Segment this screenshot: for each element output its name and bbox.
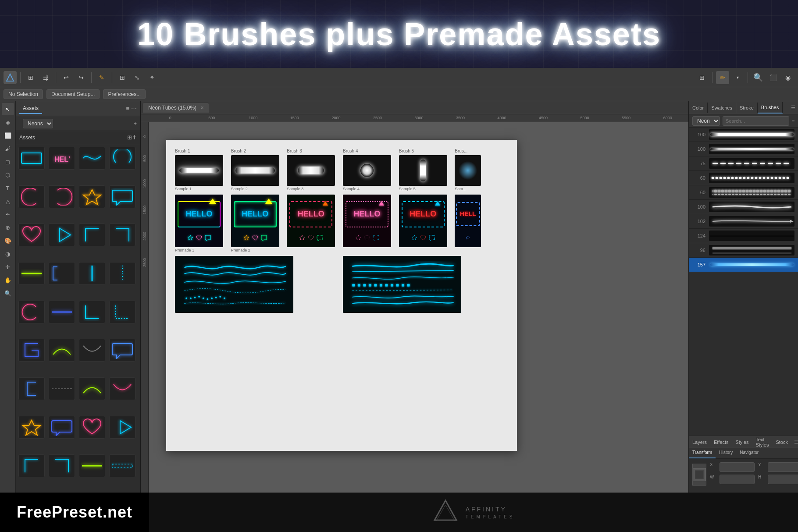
crop-tool-icon[interactable]: ⬜ [2, 129, 14, 142]
text-tool-icon[interactable]: T [2, 182, 14, 194]
asset-item-arc[interactable] [49, 339, 75, 362]
brush-entry-6[interactable]: 100 [689, 200, 798, 214]
asset-item-chat[interactable] [109, 185, 135, 208]
asset-item-arc2[interactable] [79, 339, 105, 362]
brush-icon[interactable]: ✎ [95, 71, 108, 84]
asset-item-vline2[interactable] [109, 262, 135, 285]
asset-item-c1[interactable] [18, 185, 45, 208]
canvas-viewport[interactable]: Brush 1 Sample 1 Brush 2 [149, 122, 688, 532]
asset-item-corner-tl[interactable] [79, 223, 105, 246]
assets-add-icon[interactable]: + [133, 120, 137, 127]
neons-dropdown[interactable]: Neons [23, 119, 53, 128]
redo-icon[interactable]: ↪ [75, 71, 88, 84]
tab-color[interactable]: Color [689, 103, 708, 113]
asset-item-heart2[interactable] [79, 416, 105, 439]
fill-icon[interactable]: ⬡ [2, 169, 14, 181]
hand-tool-icon[interactable]: ✋ [2, 274, 14, 286]
asset-item-arrow[interactable] [49, 223, 75, 246]
undo-icon[interactable]: ↩ [60, 71, 73, 84]
transform-w-input[interactable]: 0 px [720, 475, 755, 484]
zoom-pan-icon[interactable]: ⊕ [2, 221, 14, 234]
asset-item-dashes2[interactable] [109, 454, 135, 477]
no-selection-button[interactable]: No Selection [4, 89, 43, 99]
asset-item-star2[interactable] [18, 416, 45, 439]
assets-scroll-up[interactable]: ⬆ [132, 134, 137, 141]
assets-tab[interactable]: Assets [19, 103, 42, 114]
asset-item-G[interactable] [18, 339, 45, 362]
gradient-icon[interactable]: ◑ [2, 248, 14, 260]
asset-item-line3[interactable] [79, 454, 105, 477]
asset-item-check[interactable] [79, 147, 105, 170]
tab-history[interactable]: History [716, 448, 736, 458]
paint-brush-icon[interactable]: 🖌 [2, 142, 14, 155]
brush-entry-10[interactable]: 157 [689, 258, 798, 272]
brush-entry-1[interactable]: 100 [689, 128, 798, 142]
asset-item-vline1[interactable] [79, 262, 105, 285]
assets-collapse-icon[interactable]: ≡ [126, 105, 129, 112]
brush-search-input[interactable] [723, 116, 789, 126]
color-wheel-icon[interactable]: ◉ [781, 71, 794, 84]
brush-entry-2[interactable]: 100 [689, 142, 798, 156]
asset-item-corner4[interactable] [49, 454, 75, 477]
tab-stock[interactable]: Stock [772, 437, 791, 447]
tab-brushes[interactable]: Brushes [758, 102, 783, 113]
asset-item-line-h[interactable] [18, 262, 45, 285]
snapping-icon[interactable]: ⤡ [131, 71, 144, 84]
node-tool-icon[interactable]: ◈ [2, 116, 14, 128]
asset-item-c2[interactable] [49, 185, 75, 208]
transform-icon[interactable]: ⌖ [146, 71, 159, 84]
tab-transform[interactable]: Transform [689, 448, 716, 458]
tab-navigator[interactable]: Navigator [736, 448, 762, 458]
asset-item-heart[interactable] [18, 223, 45, 246]
transform-h-input[interactable]: 0 px [768, 475, 798, 484]
zoom-icon[interactable]: 🔍 [752, 71, 765, 84]
transform-y-input[interactable]: 0 px [768, 462, 798, 472]
asset-item-star[interactable] [79, 185, 105, 208]
asset-item-dash2[interactable] [49, 377, 75, 400]
asset-item-arc4[interactable] [109, 377, 135, 400]
tab-text-styles[interactable]: Text Styles [752, 435, 772, 450]
tab-styles[interactable]: Styles [732, 437, 752, 447]
view-layout-icon[interactable]: ⊞ [695, 71, 709, 84]
tab-effects[interactable]: Effects [710, 437, 732, 447]
asset-item-rect[interactable] [18, 147, 45, 170]
asset-item-L1[interactable] [79, 301, 105, 323]
pen-tool-icon[interactable]: ✏ [716, 71, 729, 84]
brush-entry-3[interactable]: 75 [689, 156, 798, 171]
brush-entry-8[interactable]: 124 [689, 229, 798, 243]
grid-toggle-icon[interactable]: ⊞ [116, 71, 129, 84]
select-tool-icon[interactable]: ↖ [2, 103, 14, 115]
magnify-icon[interactable]: 🔍 [2, 287, 14, 299]
asset-item-L2[interactable] [109, 301, 135, 323]
color-picker-icon[interactable]: 🎨 [2, 234, 14, 247]
brush-entry-9[interactable]: 96 [689, 243, 798, 258]
asset-item-corner-tr[interactable] [109, 223, 135, 246]
canvas-tab-close-icon[interactable]: × [200, 105, 203, 111]
brush-view-icon[interactable]: ≡ [792, 118, 794, 124]
preferences-button[interactable]: Preferences... [103, 89, 146, 99]
brush-entry-7[interactable]: 102 [689, 214, 798, 229]
asset-item-c3[interactable] [18, 301, 45, 323]
asset-item-dash[interactable] [49, 301, 75, 323]
share-icon[interactable]: ⇶ [39, 71, 52, 84]
asset-item-chat2[interactable] [109, 339, 135, 362]
tab-swatches[interactable]: Swatches [708, 103, 736, 113]
asset-item-chat3[interactable] [49, 416, 75, 439]
bottom-panel-menu[interactable]: ☰ [791, 439, 798, 445]
panel-menu-icon[interactable]: ☰ [788, 105, 798, 110]
brush-entry-4[interactable]: 60 [689, 171, 798, 185]
asset-item-text[interactable]: HEL' [49, 147, 75, 170]
transform-x-input[interactable]: 0 px [720, 462, 755, 472]
asset-item-corner3[interactable] [18, 454, 45, 477]
view-mode-icon[interactable]: ⬛ [766, 71, 780, 84]
shape-tool-icon[interactable]: △ [2, 195, 14, 207]
asset-item-bracket[interactable] [18, 377, 45, 400]
pen-tool-icon[interactable]: ✒ [2, 208, 14, 220]
asset-item-arc3[interactable] [79, 377, 105, 400]
assets-menu-icon[interactable]: ⋯ [131, 105, 137, 112]
eraser-icon[interactable]: ◻ [2, 156, 14, 168]
document-setup-button[interactable]: Document Setup... [46, 89, 100, 99]
assets-view-toggle[interactable]: ⊞ [127, 134, 132, 141]
view-grid-icon[interactable]: ⊞ [24, 71, 37, 84]
brush-category-dropdown[interactable]: Neon [692, 116, 720, 126]
